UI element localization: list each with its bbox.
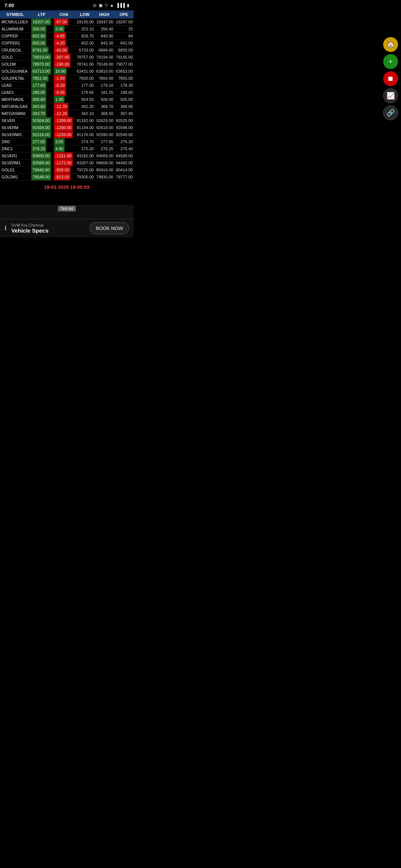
cell-change: 10.00 — [53, 68, 75, 75]
cell-high: 181.25 — [94, 89, 114, 96]
col-change: CHA — [53, 10, 75, 19]
table-row[interactable]: LEAD1 180.05 -0.05 179.65 181.25 180.60 — [0, 89, 134, 96]
cell-symbol: NATURALGAS — [0, 103, 30, 110]
cell-open: 6859.00 — [114, 47, 134, 54]
info-icon: ℹ — [4, 225, 7, 231]
cell-symbol: NATGASMINI — [0, 110, 30, 117]
cell-low: 93207.00 — [75, 160, 95, 167]
cell-change: 4.45 — [53, 145, 75, 152]
cell-high: 92629.00 — [94, 117, 114, 124]
cell-symbol: COPPER — [0, 33, 30, 40]
cell-high: 63810.00 — [94, 68, 114, 75]
table-row[interactable]: GOLD1 79940.00 -509.00 79725.00 80414.00… — [0, 167, 134, 174]
cell-low: 91176.00 — [75, 131, 95, 138]
cell-low: 832.00 — [75, 40, 95, 47]
ad-company: SVM Kia Chennai — [11, 223, 48, 227]
cell-symbol: GOLDM1 — [0, 174, 30, 181]
cell-low: 274.70 — [75, 138, 95, 145]
table-row[interactable]: MCXBULLDEX 19207.00 -67.00 19135.00 1924… — [0, 19, 134, 26]
battery-icon: ▮ — [127, 3, 129, 8]
cell-low: 78757.00 — [75, 54, 95, 61]
cell-high: 256.40 — [94, 26, 114, 33]
table-row[interactable]: MENTHAOIL 926.60 1.90 924.50 928.00 925.… — [0, 96, 134, 103]
cell-change: -1299.00 — [53, 117, 75, 124]
cell-low: 63431.00 — [75, 68, 95, 75]
table-row[interactable]: SILVERM1 93589.00 -1172.00 93207.00 9460… — [0, 160, 134, 167]
cell-low: 924.50 — [75, 96, 95, 103]
cell-change: -813.00 — [53, 174, 75, 181]
table-row[interactable]: NATGASMINI 343.70 -12.20 342.10 368.50 3… — [0, 110, 134, 117]
cell-ltp: 343.60 — [30, 103, 53, 110]
cell-high: 840.90 — [94, 33, 114, 40]
cell-change: -12.70 — [53, 103, 75, 110]
cell-open: 178.30 — [114, 82, 134, 89]
cell-ltp: 93600.00 — [30, 152, 53, 160]
cell-high: 843.30 — [94, 40, 114, 47]
cell-symbol: LEAD — [0, 82, 30, 89]
table-row[interactable]: SILVERM 91558.00 -1200.00 91194.00 92618… — [0, 124, 134, 131]
table-row[interactable]: CRUDEOIL 6791.00 -42.00 6733.00 6884.00 … — [0, 47, 134, 54]
table-row[interactable]: ZINC 277.65 3.55 274.70 277.85 275.30 — [0, 138, 134, 145]
cell-open: 275.30 — [114, 138, 134, 145]
signal-icon: ▐▐▐ — [116, 3, 125, 7]
cell-symbol: GOLDPETAL — [0, 75, 30, 82]
cell-change: -4.20 — [53, 40, 75, 47]
table-row[interactable]: GOLDM 78970.00 -190.00 78741.00 79149.00… — [0, 61, 134, 68]
cell-high: 7864.00 — [94, 75, 114, 82]
table-row[interactable]: ALUMINIUM 256.00 3.45 253.10 256.40 25 — [0, 26, 134, 33]
table-row[interactable]: NATURALGAS 343.60 -12.70 342.20 368.70 3… — [0, 103, 134, 110]
cell-high: 79194.00 — [94, 54, 114, 61]
cell-low: 275.20 — [75, 145, 95, 152]
cell-change: -12.20 — [53, 110, 75, 117]
cell-low: 79725.00 — [75, 167, 95, 174]
ad-section: Test Ad ℹ SVM Kia Chennai Vehicle Specs … — [0, 205, 134, 237]
table-row[interactable]: GOLDM1 79548.00 -813.00 79305.00 79830.0… — [0, 174, 134, 181]
cell-symbol: COPPER1 — [0, 40, 30, 47]
cell-low: 91194.00 — [75, 124, 95, 131]
cell-symbol: GOLD — [0, 54, 30, 61]
table-row[interactable]: GOLDPETAL 7851.00 -1.00 7830.00 7864.00 … — [0, 75, 134, 82]
cell-ltp: 277.65 — [30, 138, 53, 145]
cell-change: -1151.00 — [53, 152, 75, 160]
cell-ltp: 7851.00 — [30, 75, 53, 82]
cell-high: 928.00 — [94, 96, 114, 103]
cell-symbol: ZINC1 — [0, 145, 30, 152]
cell-ltp: 180.05 — [30, 89, 53, 96]
cell-ltp: 91558.00 — [30, 124, 53, 131]
table-row[interactable]: LEAD 177.60 -0.20 177.00 179.10 178.30 — [0, 82, 134, 89]
cell-low: 7830.00 — [75, 75, 95, 82]
table-row[interactable]: ZINC1 278.25 4.45 275.20 278.25 275.40 — [0, 145, 134, 152]
ad-label: Test Ad — [58, 206, 76, 211]
book-now-button[interactable]: BOOK NOW — [89, 222, 129, 234]
cell-open: 367.40 — [114, 110, 134, 117]
table-row[interactable]: SILVER1 93600.00 -1151.00 93182.00 94589… — [0, 152, 134, 160]
cell-open: 92549.00 — [114, 131, 134, 138]
cell-open: 94460.00 — [114, 160, 134, 167]
cell-ltp: 79019.00 — [30, 54, 53, 61]
cell-ltp: 79548.00 — [30, 174, 53, 181]
cell-low: 177.00 — [75, 82, 95, 89]
cell-open: 63653.00 — [114, 68, 134, 75]
table-row[interactable]: SILVER 91504.00 -1299.00 91182.00 92629.… — [0, 117, 134, 124]
table-row[interactable]: SILVERMIC 91516.00 -1239.00 91176.00 925… — [0, 131, 134, 138]
cell-symbol: GOLDM — [0, 61, 30, 68]
table-row[interactable]: GOLDGUINEA 63713.00 10.00 63431.00 63810… — [0, 68, 134, 75]
cell-ltp: 19207.00 — [30, 19, 53, 26]
cell-symbol: SILVERM — [0, 124, 30, 131]
table-row[interactable]: GOLD 79019.00 -207.00 78757.00 79194.00 … — [0, 54, 134, 61]
col-high: HIGH — [94, 10, 114, 19]
cell-open: 19247.00 — [114, 19, 134, 26]
ad-info: ℹ SVM Kia Chennai Vehicle Specs — [4, 223, 49, 234]
cell-change: -207.00 — [53, 54, 75, 61]
table-row[interactable]: COPPER 832.90 -4.85 828.70 840.90 84 — [0, 33, 134, 40]
status-time: 7:00 — [4, 3, 14, 8]
cell-change: -42.00 — [53, 47, 75, 54]
cell-ltp: 278.25 — [30, 145, 53, 152]
ad-tagline: Vehicle Specs — [11, 227, 48, 234]
cell-symbol: GOLD1 — [0, 167, 30, 174]
cell-high: 94589.00 — [94, 152, 114, 160]
table-container: SYMBOL LTP CHA LOW HIGH OPE MCXBULLDEX 1… — [0, 10, 134, 181]
cell-low: 79305.00 — [75, 174, 95, 181]
table-row[interactable]: COPPER1 835.00 -4.20 832.00 843.30 841.0… — [0, 40, 134, 47]
cell-symbol: ALUMINIUM — [0, 26, 30, 33]
